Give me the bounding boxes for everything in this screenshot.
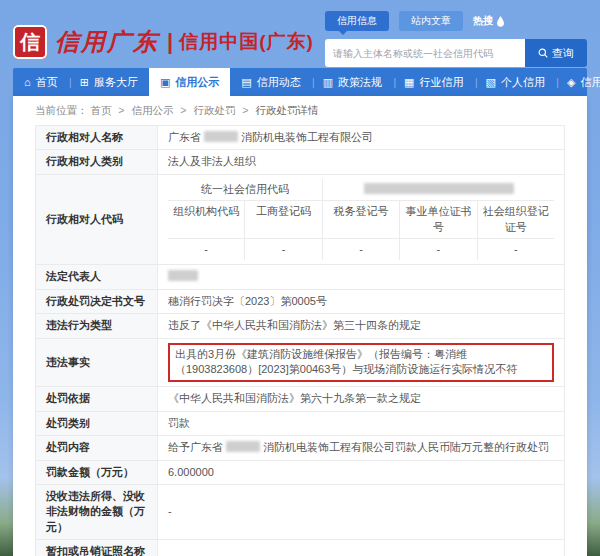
uscc-value: [323, 179, 554, 200]
table-row: 处罚类别 罚款: [36, 411, 565, 435]
redacted-text: [226, 441, 260, 452]
search-button[interactable]: 查询: [525, 39, 587, 67]
code-header: 税务登记号: [323, 201, 399, 238]
value-text: 广东省: [168, 131, 201, 143]
breadcrumb-prefix: 当前位置：: [35, 104, 88, 116]
row-label: 处罚依据: [36, 387, 158, 411]
site-header: 信 信用广东 | 信用中国(广东) 信用信息 站内文章 热搜 查询: [0, 0, 600, 68]
row-label: 行政相对人类别: [36, 150, 158, 174]
code-value: -: [245, 239, 321, 260]
search-button-label: 查询: [552, 46, 574, 61]
home-icon: ⌂: [24, 77, 31, 88]
nav-label: 政策法规: [338, 75, 382, 90]
brand-script-text: 信用广东: [55, 26, 159, 58]
breadcrumb-separator: >: [118, 104, 124, 116]
tab-credit-info[interactable]: 信用信息: [325, 11, 389, 31]
breadcrumb-separator: >: [180, 104, 186, 116]
site-logo[interactable]: 信 信用广东 | 信用中国(广东): [13, 22, 314, 62]
nav-item-credit-news[interactable]: ▤ 信用动态: [230, 68, 311, 96]
penalty-detail-table: 行政相对人名称 广东省消防机电装饰工程有限公司 行政相对人类别 法人及非法人组织…: [35, 125, 565, 556]
brand-cn-text: 信用中国(广东): [179, 29, 314, 55]
code-headers-row: 组织机构代码 工商登记码 税务登记号 事业单位证书号 社会组织登记证号: [168, 200, 554, 238]
table-row: 行政相对人名称 广东省消防机电装饰工程有限公司: [36, 126, 565, 150]
nav-item-credit-commitment[interactable]: ◈ 信用承诺: [556, 68, 600, 96]
redacted-text: [168, 270, 198, 281]
breadcrumb: 当前位置： 首页 > 信用公示 > 行政处罚 > 行政处罚详情: [13, 96, 587, 125]
breadcrumb-separator: >: [242, 104, 248, 116]
uscc-label: 统一社会信用代码: [168, 179, 322, 200]
nav-item-credit-publicity[interactable]: ▣ 信用公示: [149, 68, 230, 96]
book-icon: ▥: [323, 77, 333, 88]
row-label: 处罚类别: [36, 411, 158, 435]
code-header: 组织机构代码: [168, 201, 244, 238]
search-icon: [538, 48, 548, 58]
table-row: 行政相对人代码 统一社会信用代码 组织机构代码 工商登记码 税务登记号 事业单位…: [36, 174, 565, 265]
nav-item-personal-credit[interactable]: ▧ 个人信用: [475, 68, 556, 96]
shield-icon: ◈: [567, 77, 575, 88]
grid-icon: ⊞: [80, 77, 89, 88]
code-values-row: - - - - -: [168, 238, 554, 260]
counterpart-type-value: 法人及非法人组织: [158, 150, 565, 174]
nav-item-industry-credit[interactable]: ▦ 行业信用: [393, 68, 474, 96]
nav-label: 信用动态: [257, 75, 301, 90]
value-text: 消防机电装饰工程有限公司: [241, 131, 373, 143]
breadcrumb-item-penalty[interactable]: 行政处罚: [193, 104, 235, 116]
search-input[interactable]: [325, 39, 525, 67]
nav-item-home[interactable]: ⌂ 首页: [13, 68, 69, 96]
nav-label: 首页: [36, 75, 58, 90]
redacted-text: [364, 183, 514, 194]
breadcrumb-item-publicity[interactable]: 信用公示: [131, 104, 173, 116]
code-value: -: [478, 239, 554, 260]
fine-amount-value: 6.000000: [158, 460, 565, 484]
nav-label: 个人信用: [501, 75, 545, 90]
hot-search[interactable]: 热搜: [473, 14, 505, 28]
row-label: 法定代表人: [36, 265, 158, 289]
counterpart-name-value: 广东省消防机电装饰工程有限公司: [158, 126, 565, 150]
document-icon: ▤: [241, 77, 251, 88]
table-row: 违法事实 出具的3月份《建筑消防设施维保报告》（报告编号：粤消维（1903823…: [36, 338, 565, 387]
code-header: 工商登记码: [245, 201, 321, 238]
search-tabs: 信用信息 站内文章 热搜: [325, 10, 587, 32]
legal-representative-value: [158, 265, 565, 289]
nav-label: 服务大厅: [94, 75, 138, 90]
table-row: 暂扣或吊销证照名称及编号 -: [36, 540, 565, 556]
nav-item-policies[interactable]: ▥ 政策法规: [312, 68, 393, 96]
violation-fact-cell: 出具的3月份《建筑消防设施维保报告》（报告编号：粤消维（1903823608）[…: [158, 338, 565, 387]
brand-divider: |: [167, 29, 173, 55]
nav-label: 信用承诺: [580, 75, 600, 90]
row-label: 罚款金额（万元）: [36, 460, 158, 484]
uscc-row: 统一社会信用代码: [168, 179, 554, 200]
flame-icon: [496, 16, 505, 27]
building-icon: ▦: [404, 77, 414, 88]
table-row: 违法行为类型 违反了《中华人民共和国消防法》第三十四条的规定: [36, 314, 565, 338]
violation-fact-highlight: 出具的3月份《建筑消防设施维保报告》（报告编号：粤消维（1903823608）[…: [168, 343, 554, 383]
search-bar: 查询: [325, 39, 587, 67]
penalty-content-value: 给予广东省消防机电装饰工程有限公司罚款人民币陆万元整的行政处罚: [158, 436, 565, 460]
decision-doc-no-value: 穗消行罚决字〔2023〕第0005号: [158, 289, 565, 313]
main-nav: ⌂ 首页 ⊞ 服务大厅 ▣ 信用公示 ▤ 信用动态 ▥ 政策法规 ▦ 行业信用 …: [13, 68, 587, 96]
nav-item-service-hall[interactable]: ⊞ 服务大厅: [69, 68, 149, 96]
row-label: 违法行为类型: [36, 314, 158, 338]
tab-site-articles[interactable]: 站内文章: [399, 11, 463, 31]
row-label: 没收违法所得、没收非法财物的金额（万元）: [36, 484, 158, 539]
table-row: 处罚内容 给予广东省消防机电装饰工程有限公司罚款人民币陆万元整的行政处罚: [36, 436, 565, 460]
value-text: 给予广东省: [168, 441, 223, 453]
counterpart-codes-cell: 统一社会信用代码 组织机构代码 工商登记码 税务登记号 事业单位证书号 社会组织…: [158, 174, 565, 265]
redacted-text: [204, 131, 238, 142]
value-text: 消防机电装饰工程有限公司罚款人民币陆万元整的行政处罚: [263, 441, 549, 453]
breadcrumb-item-home[interactable]: 首页: [90, 104, 111, 116]
row-label: 违法事实: [36, 338, 158, 387]
nav-label: 信用公示: [175, 75, 219, 90]
table-row: 行政处罚决定书文号 穗消行罚决字〔2023〕第0005号: [36, 289, 565, 313]
search-area: 信用信息 站内文章 热搜 查询: [325, 10, 587, 68]
table-row: 行政相对人类别 法人及非法人组织: [36, 150, 565, 174]
code-value: -: [400, 239, 476, 260]
nav-label: 行业信用: [420, 75, 464, 90]
hot-search-label: 热搜: [473, 14, 493, 28]
row-label: 处罚内容: [36, 436, 158, 460]
table-row: 罚款金额（万元） 6.000000: [36, 460, 565, 484]
row-label: 行政处罚决定书文号: [36, 289, 158, 313]
code-value: -: [323, 239, 399, 260]
breadcrumb-item-detail: 行政处罚详情: [255, 104, 318, 116]
row-label: 暂扣或吊销证照名称及编号: [36, 540, 158, 556]
